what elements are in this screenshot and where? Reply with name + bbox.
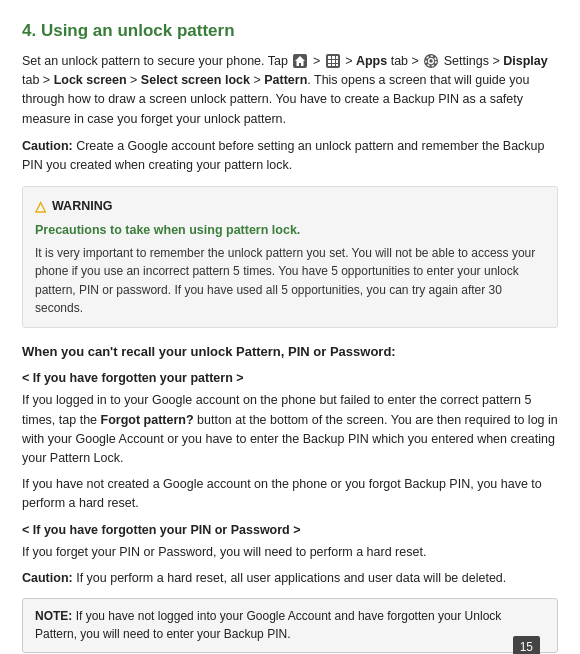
caution2-block: Caution: If you perform a hard reset, al…	[22, 569, 558, 588]
intro-gt2: > Apps tab >	[345, 54, 422, 68]
svg-rect-8	[332, 64, 335, 66]
svg-rect-4	[328, 60, 331, 63]
svg-rect-9	[336, 64, 338, 66]
grid-icon	[326, 54, 340, 68]
sub1-body2: If you have not created a Google account…	[22, 475, 558, 514]
svg-rect-3	[336, 56, 338, 59]
svg-rect-7	[328, 64, 331, 66]
caution2-label: Caution:	[22, 571, 73, 585]
svg-rect-2	[332, 56, 335, 59]
home-icon	[293, 54, 307, 68]
sub1-heading: < If you have forgotten your pattern >	[22, 369, 558, 388]
warning-body: It is very important to remember the unl…	[35, 244, 545, 318]
warning-sub-title: Precautions to take when using pattern l…	[35, 221, 545, 240]
sub2-heading: < If you have forgotten your PIN or Pass…	[22, 521, 558, 540]
caution-block: Caution: Create a Google account before …	[22, 137, 558, 176]
warning-label: WARNING	[52, 197, 112, 216]
sub2-body: If you forget your PIN or Password, you …	[22, 543, 558, 562]
svg-marker-0	[295, 56, 305, 66]
svg-rect-6	[336, 60, 338, 63]
section-heading: When you can't recall your unlock Patter…	[22, 342, 558, 362]
svg-point-11	[426, 56, 436, 66]
sub1-bold: Forgot pattern?	[101, 413, 194, 427]
note-box: NOTE: If you have not logged into your G…	[22, 598, 558, 653]
warning-box: △ WARNING Precautions to take when using…	[22, 186, 558, 328]
intro-gt1: >	[313, 54, 324, 68]
warning-title-row: △ WARNING	[35, 196, 545, 217]
page-wrap: 4. Using an unlock pattern Set an unlock…	[22, 18, 558, 654]
warning-icon: △	[35, 196, 46, 217]
svg-point-10	[429, 59, 434, 64]
note-text: If you have not logged into your Google …	[35, 609, 501, 642]
caution-label: Caution:	[22, 139, 73, 153]
intro-text-start: Set an unlock pattern to secure your pho…	[22, 54, 288, 68]
svg-rect-5	[332, 60, 335, 63]
settings-icon	[424, 54, 438, 68]
page-title: 4. Using an unlock pattern	[22, 18, 558, 44]
caution2-text: If you perform a hard reset, all user ap…	[76, 571, 506, 585]
sub1-body1: If you logged in to your Google account …	[22, 391, 558, 469]
page-number: 15	[513, 636, 540, 654]
caution-text: Create a Google account before setting a…	[22, 139, 545, 172]
intro-paragraph: Set an unlock pattern to secure your pho…	[22, 52, 558, 130]
svg-rect-1	[328, 56, 331, 59]
note-label: NOTE:	[35, 609, 72, 623]
